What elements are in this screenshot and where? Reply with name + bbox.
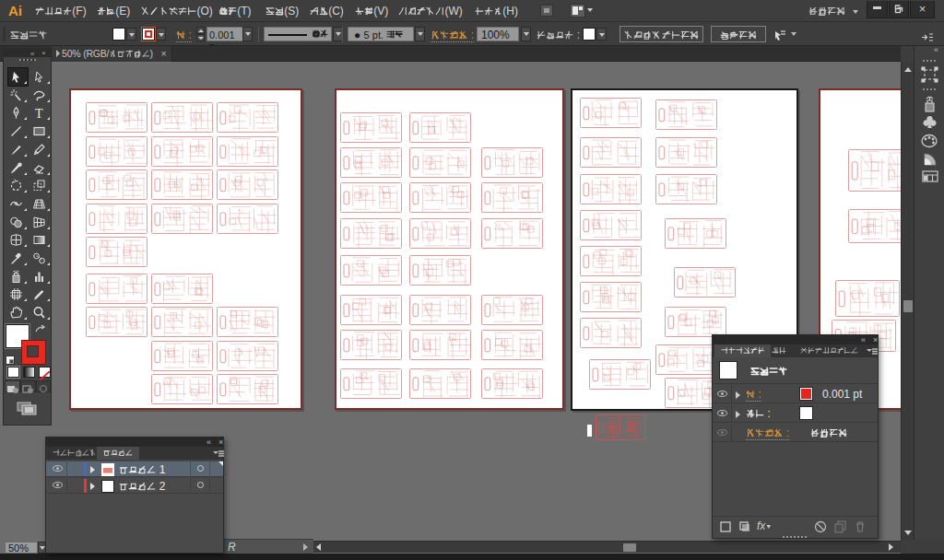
svg-text:T: T xyxy=(35,107,43,121)
